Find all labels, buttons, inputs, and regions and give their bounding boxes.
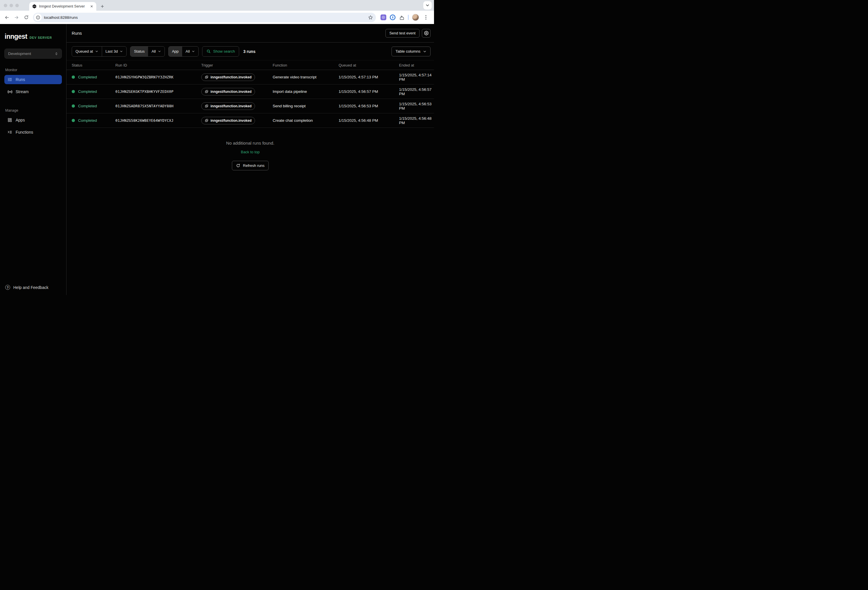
refresh-icon — [236, 163, 240, 168]
new-tab-button[interactable] — [99, 3, 106, 10]
refresh-runs-label: Refresh runs — [243, 163, 264, 168]
extensions-puzzle-icon[interactable] — [399, 15, 404, 20]
table-row[interactable]: Completed 01JHNZGEKGKTPXBHKYVFZEDX0P inn… — [66, 84, 434, 99]
copy-icon — [205, 90, 208, 93]
run-id[interactable]: 01JHNZG58K26WBEYE64WYDYCXJ — [115, 118, 201, 123]
tab-search-button[interactable] — [423, 1, 432, 10]
back-to-top-link[interactable]: Back to top — [241, 150, 260, 154]
run-id[interactable]: 01JHNZGYHGPW3QZBRN7Y3ZHZRK — [115, 75, 201, 79]
function-name[interactable]: Create chat completion — [273, 118, 339, 123]
help-and-feedback[interactable]: Help and Feedback — [4, 285, 62, 290]
run-id[interactable]: 01JHNZGEKGKTPXBHKYVFZEDX0P — [115, 89, 201, 94]
tab-title: Inngest Development Server — [39, 4, 87, 8]
table-row[interactable]: Completed 01JHNZG58K26WBEYE64WYDYCXJ inn… — [66, 113, 434, 128]
sidebar-item-label: Stream — [16, 89, 29, 94]
empty-state-message: No additional runs found. — [226, 140, 275, 145]
trigger-name: inngest/function.invoked — [211, 118, 252, 123]
back-button[interactable] — [2, 13, 11, 22]
table-columns-button[interactable]: Table columns — [391, 47, 431, 56]
table-row[interactable]: Completed 01JHNZGADR87SX5NTAYYADY88H inn… — [66, 99, 434, 113]
help-icon — [5, 285, 10, 290]
window-zoom-button[interactable] — [15, 4, 19, 7]
stream-icon — [7, 89, 12, 94]
favicon-inngest — [32, 4, 37, 9]
queued-at-timestamp: 1/15/2025, 4:57:13 PM — [339, 75, 399, 79]
show-search-button[interactable]: Show search — [202, 46, 239, 57]
tab-close-icon[interactable] — [89, 4, 94, 9]
sidebar-item-apps[interactable]: Apps — [4, 115, 62, 125]
table-row[interactable]: Completed 01JHNZGYHGPW3QZBRN7Y3ZHZRK inn… — [66, 70, 434, 84]
settings-gear-button[interactable] — [422, 29, 431, 38]
sidebar-item-label: Functions — [16, 130, 33, 135]
status-dot-completed — [72, 90, 75, 93]
app-filter-value: All — [186, 49, 190, 53]
filter-bar: Queued at Last 3d Status All App All — [66, 43, 434, 61]
status-filter[interactable]: Status All — [130, 46, 164, 57]
profile-avatar[interactable] — [412, 14, 419, 21]
queued-at-timestamp: 1/15/2025, 4:56:57 PM — [339, 89, 399, 94]
time-range-value: Last 3d — [106, 49, 118, 53]
status-badge: Completed — [78, 89, 97, 94]
browser-menu-icon[interactable] — [422, 15, 430, 20]
refresh-runs-button[interactable]: Refresh runs — [232, 161, 268, 170]
browser-tab[interactable]: Inngest Development Server — [29, 2, 96, 11]
sidebar-item-label: Runs — [16, 77, 25, 82]
send-test-event-button[interactable]: Send test event — [385, 29, 419, 38]
page-title: Runs — [72, 31, 82, 35]
table-header: Status Run ID Trigger Function Queued at… — [66, 61, 434, 70]
sidebar-item-functions[interactable]: Functions — [4, 127, 62, 137]
function-name[interactable]: Import data pipeline — [273, 89, 339, 94]
password-manager-icon[interactable] — [390, 15, 396, 20]
url-text[interactable]: localhost:8288/runs — [44, 15, 368, 20]
window-close-button[interactable] — [4, 4, 7, 7]
function-name[interactable]: Send billing receipt — [273, 104, 339, 108]
status-filter-value: All — [152, 49, 155, 53]
run-count: 3 runs — [243, 49, 255, 54]
status-filter-label: Status — [130, 47, 148, 56]
chevron-down-icon — [192, 50, 195, 53]
app-filter-label: App — [168, 47, 182, 56]
chevron-down-icon — [95, 50, 98, 53]
extension-icon-purple[interactable] — [381, 15, 386, 20]
trigger-badge[interactable]: inngest/function.invoked — [201, 74, 255, 81]
sidebar-item-runs[interactable]: Runs — [4, 75, 62, 84]
url-bar[interactable]: localhost:8288/runs — [33, 13, 376, 22]
dev-server-badge: DEV SERVER — [30, 36, 52, 39]
ended-at-timestamp: 1/15/2025, 4:56:53 PM — [399, 102, 434, 111]
sidebar-item-stream[interactable]: Stream — [4, 87, 62, 96]
chevron-down-icon — [158, 50, 161, 53]
sidebar-item-label: Apps — [16, 118, 25, 122]
environment-value: Development — [8, 52, 31, 56]
environment-selector[interactable]: Development — [4, 49, 62, 59]
page-header: Runs Send test event — [66, 24, 434, 43]
forward-button[interactable] — [12, 13, 21, 22]
trigger-badge[interactable]: inngest/function.invoked — [201, 88, 255, 95]
app-filter[interactable]: App All — [168, 46, 199, 57]
functions-icon — [7, 130, 12, 135]
chevron-down-icon — [120, 50, 123, 53]
status-dot-completed — [72, 119, 75, 122]
column-header-ended-at: Ended at — [399, 63, 434, 67]
site-info-icon[interactable] — [34, 13, 41, 21]
function-name[interactable]: Generate video transcript — [273, 75, 339, 79]
column-header-run-id: Run ID — [115, 63, 201, 67]
column-header-status: Status — [72, 63, 115, 67]
trigger-badge[interactable]: inngest/function.invoked — [201, 117, 255, 124]
window-controls[interactable] — [0, 0, 23, 11]
ended-at-timestamp: 1/15/2025, 4:56:48 PM — [399, 116, 434, 125]
window-minimize-button[interactable] — [10, 4, 13, 7]
time-field-dropdown[interactable]: Queued at — [72, 47, 102, 56]
trigger-badge[interactable]: inngest/function.invoked — [201, 102, 255, 110]
logo-row: inngest DEV SERVER — [4, 33, 62, 40]
time-range-dropdown[interactable]: Last 3d — [102, 47, 127, 56]
inngest-app: inngest DEV SERVER Development Monitor R… — [0, 24, 434, 295]
reload-button[interactable] — [22, 13, 31, 22]
bookmark-star-icon[interactable] — [368, 15, 373, 20]
show-search-label: Show search — [213, 49, 235, 53]
apps-grid-icon — [7, 118, 12, 122]
status-filter-dropdown[interactable]: All — [148, 47, 164, 56]
app-filter-dropdown[interactable]: All — [182, 47, 198, 56]
run-id[interactable]: 01JHNZGADR87SX5NTAYYADY88H — [115, 104, 201, 108]
trigger-name: inngest/function.invoked — [211, 75, 252, 79]
time-filter[interactable]: Queued at Last 3d — [72, 46, 127, 57]
